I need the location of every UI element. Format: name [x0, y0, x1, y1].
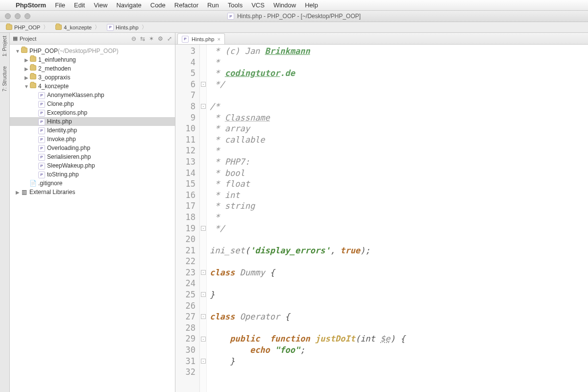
expander-icon[interactable]: ▶	[24, 66, 29, 72]
tree-row[interactable]: PSerialisieren.php	[10, 152, 175, 161]
fold-toggle-icon[interactable]: -	[201, 270, 206, 275]
library-icon: ▥	[21, 189, 27, 196]
menu-tools[interactable]: Tools	[228, 1, 243, 9]
php-file-icon: P	[38, 171, 45, 178]
menu-refactor[interactable]: Refactor	[174, 1, 198, 9]
expander-icon[interactable]: ▶	[15, 190, 21, 195]
tree-path-suffix: (~/Desktop/PHP_OOP)	[58, 48, 119, 54]
project-panel-header: ▦Project ⊖ ⇆ ✶ ⚙ ⤢	[10, 33, 175, 45]
php-file-icon: P	[182, 36, 189, 43]
breadcrumb-item[interactable]: P Hints.php 〉	[105, 24, 149, 31]
menu-help[interactable]: Help	[305, 1, 318, 9]
menu-edit[interactable]: Edit	[74, 1, 85, 9]
folder-icon	[55, 24, 62, 30]
php-file-icon: P	[38, 162, 45, 170]
chevron-right-icon: 〉	[42, 24, 49, 31]
editor-tab-label: Hints.php	[192, 36, 214, 42]
tree-label: PHP_OOP	[29, 48, 58, 54]
editor-area: P Hints.php × 34567891011121314151617181…	[175, 33, 588, 392]
tree-label: Identity.php	[47, 127, 77, 134]
chevron-right-icon: 〉	[141, 24, 148, 31]
project-tree[interactable]: ▼PHP_OOP (~/Desktop/PHP_OOP)▶1_einfuehru…	[10, 45, 175, 392]
folder-icon	[29, 65, 36, 72]
close-icon[interactable]: ×	[217, 36, 220, 42]
chevron-right-icon: 〉	[94, 24, 101, 31]
main-content: 1: Project 7: Structure ▦Project ⊖ ⇆ ✶ ⚙…	[0, 33, 588, 392]
fold-gutter[interactable]: --------	[200, 45, 207, 392]
window-title-bar: P Hints.php - PHP_OOP - [~/Desktop/PHP_O…	[0, 11, 588, 22]
fold-toggle-icon[interactable]: -	[201, 337, 206, 342]
tree-row[interactable]: PExceptions.php	[10, 108, 175, 117]
tree-label: toString.php	[47, 171, 79, 178]
menu-app-name[interactable]: PhpStorm	[16, 1, 46, 9]
tree-row[interactable]: PSleepWakeup.php	[10, 161, 175, 170]
hide-panel-icon[interactable]: ⤢	[167, 35, 172, 42]
gear-icon[interactable]: ⚙	[158, 35, 163, 42]
tool-tab-project[interactable]: 1: Project	[2, 36, 7, 56]
tree-row[interactable]: PHints.php	[10, 117, 175, 126]
menu-vcs[interactable]: VCS	[251, 1, 265, 9]
window-title-text: Hints.php - PHP_OOP - [~/Desktop/PHP_OOP…	[237, 13, 361, 20]
breadcrumb-item[interactable]: PHP_OOP 〉	[4, 24, 51, 31]
editor-tab[interactable]: P Hints.php ×	[177, 33, 225, 44]
expander-icon[interactable]: ▶	[24, 57, 29, 63]
menu-file[interactable]: File	[55, 1, 65, 9]
tree-label: Clone.php	[47, 100, 74, 107]
tree-label: .gitignore	[38, 180, 62, 187]
tree-row[interactable]: PIdentity.php	[10, 126, 175, 135]
editor-body[interactable]: 3456789101112131415161718192021222324252…	[175, 45, 588, 392]
tree-row[interactable]: PAnonymeKlassen.php	[10, 91, 175, 99]
project-panel-title[interactable]: ▦Project	[13, 35, 128, 42]
fold-toggle-icon[interactable]: -	[201, 226, 206, 231]
expander-icon[interactable]: ▼	[15, 49, 21, 54]
menu-navigate[interactable]: Navigate	[116, 1, 141, 9]
breadcrumb: PHP_OOP 〉 4_konzepte 〉 P Hints.php 〉	[0, 22, 588, 33]
collapse-all-icon[interactable]: ⊖	[131, 35, 136, 42]
php-file-icon: P	[38, 91, 45, 99]
left-tool-tabs: 1: Project 7: Structure	[0, 33, 10, 392]
tree-label: SleepWakeup.php	[47, 162, 95, 169]
menu-view[interactable]: View	[94, 1, 107, 9]
tree-label: 4_konzepte	[38, 83, 69, 90]
close-window-button[interactable]	[5, 13, 11, 19]
breadcrumb-item[interactable]: 4_konzepte 〉	[53, 24, 103, 31]
menu-code[interactable]: Code	[150, 1, 166, 9]
tree-label: Hints.php	[47, 118, 72, 125]
expander-icon[interactable]: ▼	[24, 84, 29, 89]
tree-row[interactable]: ▼PHP_OOP (~/Desktop/PHP_OOP)	[10, 47, 175, 55]
fold-toggle-icon[interactable]: -	[201, 359, 206, 364]
tree-row[interactable]: ▶2_methoden	[10, 64, 175, 73]
file-icon: 📄	[29, 180, 36, 187]
breadcrumb-label: Hints.php	[116, 24, 138, 30]
tree-row[interactable]: ▶1_einfuehrung	[10, 55, 175, 64]
autoscroll-icon[interactable]: ✶	[149, 35, 154, 42]
php-file-icon: P	[38, 109, 45, 117]
tree-row[interactable]: ▼4_konzepte	[10, 82, 175, 91]
menu-window[interactable]: Window	[273, 1, 296, 9]
folder-icon	[6, 24, 12, 30]
menu-run[interactable]: Run	[207, 1, 219, 9]
fold-toggle-icon[interactable]: -	[201, 82, 206, 87]
tool-tab-structure[interactable]: 7: Structure	[2, 66, 7, 92]
minimize-window-button[interactable]	[15, 13, 21, 19]
zoom-window-button[interactable]	[24, 13, 30, 19]
tree-row[interactable]: ▶▥External Libraries	[10, 188, 175, 196]
tree-row[interactable]: PInvoke.php	[10, 135, 175, 144]
php-file-icon: P	[107, 24, 114, 31]
tree-label: Invoke.php	[47, 136, 76, 143]
tree-row[interactable]: PClone.php	[10, 99, 175, 108]
expander-icon[interactable]: ▶	[24, 75, 29, 80]
tree-row[interactable]: ▶3_ooppraxis	[10, 73, 175, 82]
traffic-lights	[0, 13, 30, 19]
tree-row[interactable]: 📄.gitignore	[10, 179, 175, 188]
folder-icon	[29, 83, 36, 90]
fold-toggle-icon[interactable]: -	[201, 314, 206, 319]
editor-tabs: P Hints.php ×	[175, 33, 588, 45]
tree-row[interactable]: PtoString.php	[10, 170, 175, 179]
scroll-from-source-icon[interactable]: ⇆	[140, 35, 145, 42]
code-area[interactable]: * (c) Jan Brinkmann * * codingtutor.de *…	[207, 45, 588, 392]
fold-toggle-icon[interactable]: -	[201, 104, 206, 109]
tree-row[interactable]: POverloading.php	[10, 144, 175, 152]
project-tool-window: ▦Project ⊖ ⇆ ✶ ⚙ ⤢ ▼PHP_OOP (~/Desktop/P…	[10, 33, 175, 392]
fold-toggle-icon[interactable]: -	[201, 292, 206, 297]
